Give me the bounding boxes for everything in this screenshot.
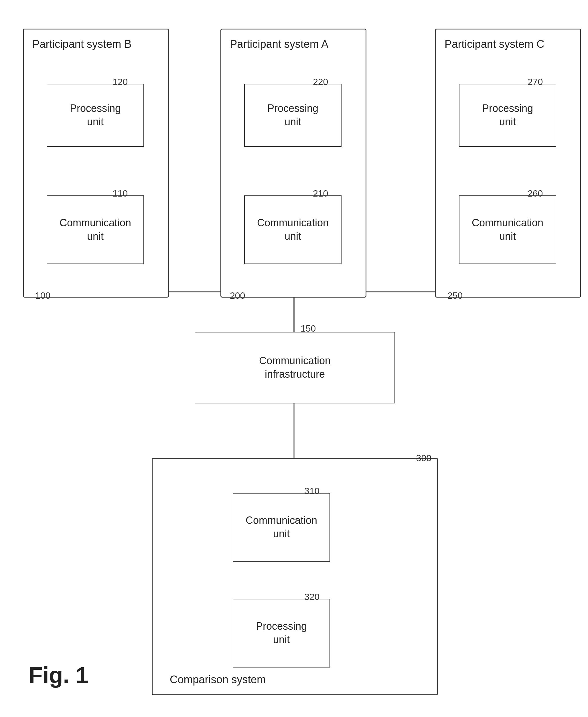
processing-unit-c: Processingunit bbox=[459, 84, 556, 147]
processing-unit-c-ref: 270 bbox=[528, 77, 543, 87]
comparison-system-ref: 300 bbox=[416, 453, 432, 463]
system-a-ref: 200 bbox=[230, 290, 245, 301]
comm-unit-c-label: Communicationunit bbox=[472, 216, 543, 243]
system-a-box: Participant system A 200 Processingunit … bbox=[220, 29, 366, 298]
comparison-system-box: Comparison system 300 Communicationunit … bbox=[152, 458, 438, 695]
system-b-box: Participant system B 100 Processingunit … bbox=[23, 29, 169, 298]
processing-unit-a-ref: 220 bbox=[313, 77, 328, 87]
processing-unit-c-label: Processingunit bbox=[482, 102, 533, 129]
comm-unit-300-label: Communicationunit bbox=[246, 514, 317, 541]
comparison-system-title: Comparison system bbox=[170, 674, 266, 686]
comm-unit-300-ref: 310 bbox=[304, 486, 319, 496]
comm-unit-b: Communicationunit bbox=[47, 195, 144, 264]
comm-unit-a-ref: 210 bbox=[313, 188, 328, 199]
processing-unit-b-label: Processingunit bbox=[70, 102, 121, 129]
comm-infrastructure-label: Communicationinfrastructure bbox=[259, 354, 331, 381]
comm-unit-b-ref: 110 bbox=[112, 188, 128, 199]
processing-unit-b: Processingunit bbox=[47, 84, 144, 147]
system-a-title: Participant system A bbox=[230, 38, 328, 50]
figure-label: Fig. 1 bbox=[29, 662, 88, 688]
processing-unit-300-label: Processingunit bbox=[256, 620, 307, 647]
diagram: Participant system B 100 Processingunit … bbox=[0, 0, 588, 717]
comm-unit-300: Communicationunit bbox=[233, 493, 330, 562]
comm-unit-c: Communicationunit bbox=[459, 195, 556, 264]
system-c-ref: 250 bbox=[447, 290, 463, 301]
system-b-title: Participant system B bbox=[33, 38, 131, 50]
processing-unit-a-label: Processingunit bbox=[267, 102, 318, 129]
system-c-box: Participant system C 250 Processingunit … bbox=[435, 29, 581, 298]
comm-unit-a-label: Communicationunit bbox=[257, 216, 329, 243]
processing-unit-a: Processingunit bbox=[244, 84, 341, 147]
comm-unit-b-label: Communicationunit bbox=[60, 216, 131, 243]
processing-unit-b-ref: 120 bbox=[112, 77, 128, 87]
comm-unit-a: Communicationunit bbox=[244, 195, 341, 264]
processing-unit-300: Processingunit bbox=[233, 599, 330, 668]
system-c-title: Participant system C bbox=[445, 38, 544, 50]
comm-infrastructure: Communicationinfrastructure bbox=[195, 332, 395, 404]
comm-unit-c-ref: 260 bbox=[528, 188, 543, 199]
processing-unit-300-ref: 320 bbox=[304, 592, 319, 602]
comm-infrastructure-ref: 150 bbox=[300, 323, 316, 334]
system-b-ref: 100 bbox=[35, 290, 50, 301]
